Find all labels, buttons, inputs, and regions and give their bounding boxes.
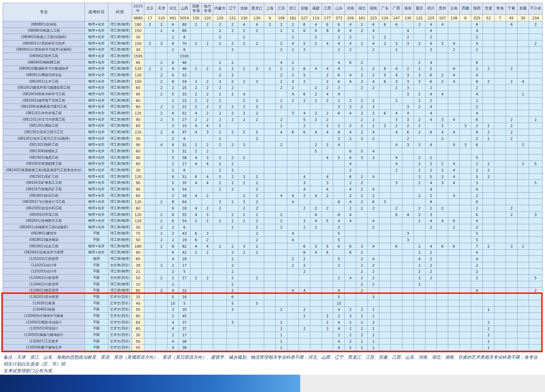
province-column-header: 江西 xyxy=(322,3,333,15)
major-name-cell: (081403)资源勘查工程 xyxy=(3,161,85,167)
province-plan-cell: 2 xyxy=(250,97,264,104)
province-plan-cell xyxy=(190,281,202,287)
province-plan-cell xyxy=(368,230,379,237)
province-plan-cell: 2 xyxy=(190,91,202,97)
province-plan-cell xyxy=(483,21,494,28)
column-total: 124 xyxy=(379,15,391,21)
province-plan-cell: 4 xyxy=(167,28,179,34)
province-plan-cell: 5 xyxy=(179,300,190,306)
province-plan-cell xyxy=(144,332,156,338)
province-plan-cell: 6 xyxy=(167,205,179,212)
major-row: (130503)环境设计不限艺术文(历史)6043722342222 xyxy=(3,325,543,332)
province-plan-cell xyxy=(298,230,310,237)
province-plan-cell xyxy=(529,59,542,66)
province-plan-cell xyxy=(517,268,529,275)
province-plan-cell xyxy=(310,319,322,325)
province-plan-cell xyxy=(264,161,276,167)
province-plan-cell xyxy=(264,85,276,91)
province-column-header: 河北 xyxy=(167,3,179,15)
province-plan-cell xyxy=(437,237,448,243)
province-plan-cell xyxy=(414,306,425,313)
province-plan-cell: 2 xyxy=(287,97,298,104)
subjects-cell: 不限 xyxy=(85,313,108,319)
province-plan-cell xyxy=(448,154,460,161)
province-plan-cell xyxy=(483,313,494,319)
province-plan-cell: 2 xyxy=(529,116,542,123)
province-plan-cell: 2 xyxy=(345,180,356,186)
province-plan-cell: 2 xyxy=(250,205,264,212)
province-plan-cell xyxy=(144,148,156,155)
province-plan-cell: 2 xyxy=(356,287,368,294)
province-plan-cell: 2 xyxy=(345,34,356,40)
province-plan-cell xyxy=(448,110,460,117)
province-plan-cell xyxy=(264,325,276,332)
province-plan-cell xyxy=(517,47,529,53)
province-plan-cell: 36 xyxy=(179,344,190,351)
province-plan-cell: 2 xyxy=(227,218,238,224)
province-plan-cell: 5 xyxy=(471,230,483,237)
province-plan-cell xyxy=(517,110,529,117)
province-plan-cell: 5 xyxy=(333,237,345,243)
category-cell: 理工类(物理) xyxy=(108,66,132,72)
province-plan-cell: 86 xyxy=(179,28,190,34)
major-row: (081501)采矿工程物理+化学理工类(物理)1206516452324462… xyxy=(3,173,543,180)
province-plan-cell xyxy=(264,294,276,300)
province-plan-cell xyxy=(437,28,448,34)
province-plan-cell: 6 xyxy=(298,249,310,256)
province-plan-cell xyxy=(276,281,287,287)
province-plan-cell xyxy=(506,180,517,186)
province-plan-cell: 2 xyxy=(167,135,179,142)
province-plan-cell: 2 xyxy=(379,34,391,40)
province-plan-cell xyxy=(156,306,167,313)
province-plan-cell: 4 xyxy=(471,256,483,262)
province-plan-cell xyxy=(506,306,517,313)
province-plan-cell: 3 xyxy=(529,211,542,218)
province-plan-cell xyxy=(144,243,156,249)
province-plan-cell xyxy=(506,319,517,325)
major-row: (081001)土木工程物理+化学理工类(物理)1502859222223232… xyxy=(3,78,543,85)
province-plan-cell xyxy=(238,59,250,66)
province-plan-cell xyxy=(238,186,250,193)
province-plan-cell xyxy=(529,262,542,268)
province-plan-cell xyxy=(238,230,250,237)
province-plan-cell: 5 xyxy=(471,154,483,161)
province-plan-cell: 2 xyxy=(156,218,167,224)
province-plan-cell xyxy=(402,47,414,53)
province-plan-cell xyxy=(276,313,287,319)
province-plan-cell xyxy=(213,192,227,199)
plan-2025-cell: 60 xyxy=(132,97,144,104)
major-name-cell: (081003)给排水科学与工程 xyxy=(3,91,85,97)
province-plan-cell xyxy=(494,313,506,319)
province-plan-cell xyxy=(483,218,494,224)
province-plan-cell: 2 xyxy=(471,47,483,53)
province-plan-cell: 6 xyxy=(471,21,483,28)
province-plan-cell xyxy=(448,148,460,155)
province-plan-cell xyxy=(494,173,506,180)
province-plan-cell xyxy=(287,154,298,161)
province-plan-cell: 2 xyxy=(298,47,310,53)
province-plan-cell xyxy=(460,230,471,237)
province-plan-cell: 2 xyxy=(333,275,345,281)
province-plan-cell xyxy=(437,66,448,72)
province-plan-cell xyxy=(298,294,310,300)
province-plan-cell: 2 xyxy=(202,142,213,148)
major-row: (081403)资源勘查工程物理+化学理工类(物理)60217442244222… xyxy=(3,161,543,167)
province-plan-cell: 2 xyxy=(156,262,167,268)
column-total: 45 xyxy=(506,15,517,21)
province-plan-cell xyxy=(425,287,437,294)
province-plan-cell xyxy=(506,294,517,300)
province-plan-cell xyxy=(379,28,391,34)
province-plan-cell xyxy=(144,186,156,193)
province-plan-cell xyxy=(379,230,391,237)
province-plan-cell xyxy=(379,59,391,66)
province-plan-cell xyxy=(287,313,298,319)
subjects-cell: 物理+化学 xyxy=(85,180,108,186)
province-plan-cell xyxy=(379,53,391,59)
province-plan-cell: 2 xyxy=(517,161,529,167)
province-plan-cell: 2 xyxy=(414,116,425,123)
column-total: 147 xyxy=(390,15,402,21)
province-plan-cell xyxy=(310,78,322,85)
province-plan-cell: 2 xyxy=(190,85,202,91)
province-plan-cell xyxy=(483,249,494,256)
province-plan-cell: 2 xyxy=(356,123,368,129)
